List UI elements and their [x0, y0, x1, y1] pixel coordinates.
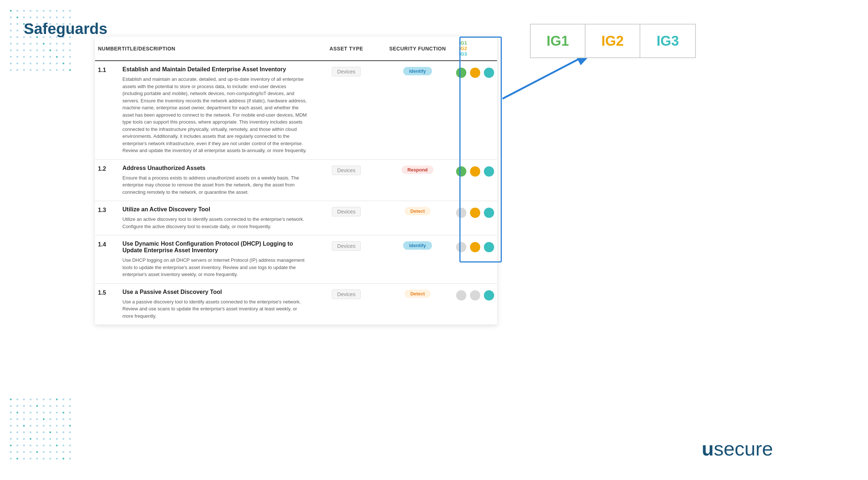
- col-title: TITLE/DESCRIPTION: [119, 46, 311, 52]
- row-content: Use a Passive Asset Discovery Tool Use a…: [119, 289, 311, 320]
- ig-dots-cell: [453, 241, 497, 252]
- col-security-function: SECURITY FUNCTION: [382, 46, 453, 52]
- brand-logo: usecure: [702, 437, 773, 460]
- ig2-legend-item: IG2: [585, 24, 640, 57]
- row-number: 1.4: [95, 241, 119, 248]
- col-ig: IG1 IG2 IG3: [453, 40, 497, 57]
- asset-type-badge: Devices: [332, 166, 361, 175]
- ig2-dot: [470, 208, 480, 218]
- table-header: NUMBER TITLE/DESCRIPTION ASSET TYPE SECU…: [95, 37, 497, 61]
- security-function-cell: Detect: [382, 206, 453, 215]
- row-number: 1.2: [95, 165, 119, 172]
- asset-type-cell: Devices: [311, 289, 382, 299]
- row-description: Utilize an active discovery tool to iden…: [122, 216, 307, 230]
- row-description: Use a passive discovery tool to identify…: [122, 298, 307, 320]
- row-title: Address Unauthorized Assets: [122, 165, 307, 171]
- ig-dots-cell: [453, 206, 497, 218]
- ig1-dot: [456, 242, 466, 252]
- security-function-cell: Detect: [382, 289, 453, 298]
- ig2-header: IG2: [456, 46, 470, 51]
- row-description: Establish and maintain an accurate, deta…: [122, 76, 307, 154]
- ig3-dot: [484, 242, 494, 252]
- col-asset-type: ASSET TYPE: [311, 46, 382, 52]
- ig3-dot: [484, 208, 494, 218]
- asset-type-badge: Devices: [332, 207, 361, 216]
- ig3-dot: [484, 68, 494, 78]
- security-badge: Identify: [403, 241, 432, 250]
- security-function-cell: Respond: [382, 165, 453, 174]
- row-content: Utilize an Active Discovery Tool Utilize…: [119, 206, 311, 230]
- dot-pattern-bottom-left: (function(){ const c = document.currentS…: [7, 396, 73, 462]
- row-content: Establish and Maintain Detailed Enterpri…: [119, 66, 311, 154]
- ig1-header: IG1: [456, 40, 470, 46]
- asset-type-cell: Devices: [311, 165, 382, 175]
- ig1-dot: [456, 166, 466, 177]
- ig-dots-cell: [453, 165, 497, 177]
- row-content: Address Unauthorized Assets Ensure that …: [119, 165, 311, 196]
- dot-pattern-top-left: (function(){ const c = document.currentS…: [7, 7, 73, 73]
- row-description: Use DHCP logging on all DHCP servers or …: [122, 257, 307, 278]
- security-badge: Identify: [403, 67, 432, 75]
- ig3-dot: [484, 290, 494, 301]
- brand-u: u: [702, 438, 714, 460]
- row-content: Use Dynamic Host Configuration Protocol …: [119, 241, 311, 278]
- ig2-dot: [470, 68, 480, 78]
- ig2-dot: [470, 290, 480, 301]
- security-badge: Respond: [402, 166, 434, 174]
- ig1-dot: [456, 290, 466, 301]
- ig3-header: IG3: [456, 51, 470, 57]
- ig2-dot: [470, 242, 480, 252]
- ig-dots-cell: [453, 289, 497, 301]
- security-badge: Detect: [405, 290, 431, 298]
- brand-secure: secure: [714, 438, 773, 460]
- ig3-legend-item: IG3: [640, 24, 695, 57]
- security-badge: Detect: [405, 207, 431, 215]
- svg-line-1: [503, 51, 594, 99]
- ig2-dot: [470, 166, 480, 177]
- asset-type-cell: Devices: [311, 241, 382, 251]
- asset-type-badge: Devices: [332, 241, 361, 251]
- asset-type-cell: Devices: [311, 206, 382, 216]
- ig-dots-cell: [453, 66, 497, 78]
- safeguards-table: NUMBER TITLE/DESCRIPTION ASSET TYPE SECU…: [95, 37, 497, 325]
- ig1-dot: [456, 68, 466, 78]
- ig-legend: IG1 IG2 IG3: [530, 24, 696, 58]
- table-row: 1.2 Address Unauthorized Assets Ensure t…: [95, 160, 497, 201]
- row-number: 1.5: [95, 289, 119, 296]
- table-row: 1.3 Utilize an Active Discovery Tool Uti…: [95, 201, 497, 235]
- row-title: Use Dynamic Host Configuration Protocol …: [122, 241, 307, 254]
- row-title: Utilize an Active Discovery Tool: [122, 206, 307, 213]
- security-function-cell: Identify: [382, 241, 453, 250]
- table-row: 1.5 Use a Passive Asset Discovery Tool U…: [95, 284, 497, 325]
- row-title: Establish and Maintain Detailed Enterpri…: [122, 66, 307, 73]
- table-row: 1.4 Use Dynamic Host Configuration Proto…: [95, 235, 497, 284]
- row-description: Ensure that a process exists to address …: [122, 174, 307, 196]
- asset-type-badge: Devices: [332, 290, 361, 299]
- ig3-dot: [484, 166, 494, 177]
- security-function-cell: Identify: [382, 66, 453, 75]
- page-title: Safeguards: [24, 20, 107, 38]
- ig1-dot: [456, 208, 466, 218]
- arrow-indicator: [499, 48, 609, 121]
- col-number: NUMBER: [95, 46, 119, 52]
- asset-type-badge: Devices: [332, 67, 361, 76]
- table-body: 1.1 Establish and Maintain Detailed Ente…: [95, 61, 497, 325]
- row-number: 1.1: [95, 66, 119, 73]
- asset-type-cell: Devices: [311, 66, 382, 76]
- row-title: Use a Passive Asset Discovery Tool: [122, 289, 307, 295]
- ig1-legend-item: IG1: [531, 24, 585, 57]
- row-number: 1.3: [95, 206, 119, 213]
- table-row: 1.1 Establish and Maintain Detailed Ente…: [95, 61, 497, 160]
